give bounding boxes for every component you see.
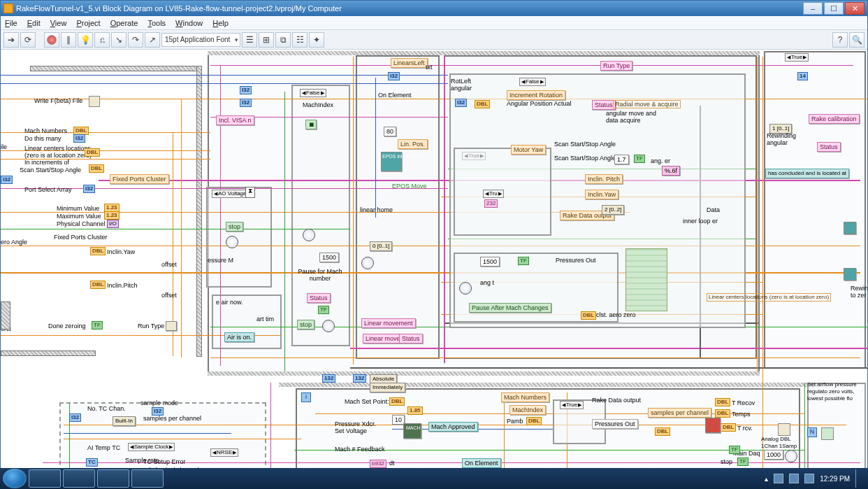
seq-ao[interactable] (206, 187, 272, 288)
help-button[interactable]: ? (832, 32, 848, 48)
run-button[interactable]: ➔ (3, 32, 19, 48)
task-app-3[interactable] (131, 469, 164, 488)
mach-subvi[interactable]: MACH (403, 423, 421, 439)
trcv-dbl: DBL (721, 423, 736, 432)
cleanup-button[interactable]: ✦ (309, 32, 324, 48)
io-node-b[interactable] (844, 268, 856, 281)
menu-project[interactable]: Project (76, 19, 100, 27)
clock-icon-5 (459, 282, 472, 295)
case-right-sel[interactable]: True (785, 53, 809, 62)
immediately-enum[interactable]: Immediately (370, 383, 405, 392)
align-button[interactable]: ☰ (242, 32, 257, 48)
step-over-button[interactable]: ↷ (128, 32, 143, 48)
offset2-label: offset (161, 292, 177, 299)
case-true-sel-b[interactable]: True (560, 401, 584, 409)
menu-view[interactable]: View (50, 19, 67, 27)
menu-edit[interactable]: Edit (27, 19, 41, 27)
tray-icon-3[interactable] (804, 474, 814, 483)
data-label: Data (707, 206, 720, 213)
menu-file[interactable]: FFileile (5, 19, 17, 27)
builtin-ring[interactable]: Built-In (113, 416, 136, 426)
pressures-out-2[interactable]: Pressures Out (592, 419, 638, 429)
window-title: RakeFlowTunnel-v1_5.vi Block Diagram on … (16, 4, 342, 13)
mach-feedback-label: Mach # Feedback (335, 446, 385, 453)
on-element-label: On Element (378, 92, 412, 99)
tray-up-icon[interactable]: ▴ (765, 475, 768, 483)
clst-zero-label: clst. aero zero (596, 311, 636, 318)
sample-clock-ring[interactable]: Sample Clock (128, 443, 175, 451)
case-right[interactable] (764, 51, 866, 369)
search-icon: 🔍 (852, 35, 862, 45)
minimize-button[interactable]: – (803, 2, 823, 15)
step-into-button[interactable]: ↘ (111, 32, 126, 48)
abort-button[interactable] (44, 32, 59, 48)
taskbar-clock[interactable]: 12:29 PM (820, 475, 850, 483)
pamb-dbl: DBL (526, 417, 542, 425)
pause-after-mach-label: Pause After Mach Changes (469, 303, 551, 313)
zero-loop-label[interactable]: 0 [0..1] (370, 241, 392, 251)
two-loop-label[interactable]: 2 [0..2] (602, 205, 624, 215)
phys-chan-label: Physical Channel (57, 220, 106, 227)
run-cont-button[interactable]: ⟳ (20, 32, 36, 48)
distribute-button[interactable]: ⊞ (259, 32, 274, 48)
rake-cal-label: Rake calibration (809, 114, 860, 124)
start-button[interactable] (3, 469, 27, 488)
linear-centers-loc-label: Linear centers locations (zero is at loc… (707, 293, 831, 302)
close-button[interactable]: ✕ (845, 2, 865, 15)
pressures-out-label: Pressures Out (556, 257, 596, 264)
io-node-a[interactable] (844, 222, 856, 234)
highlight-button[interactable]: 💡 (78, 32, 93, 48)
epos-move-label: EPOS Move (392, 183, 427, 190)
hourglass-icon: ⧗ (245, 187, 255, 198)
loop-cond-tf: TF (729, 446, 740, 454)
increment-rot-label: Increment Rotation (507, 90, 565, 100)
tray-icon-2[interactable] (789, 474, 799, 483)
linearsleft-label: LinearsLeft (391, 58, 428, 68)
tc-setup-err-label: TC Setup Error (143, 458, 186, 465)
block-diagram[interactable]: True (1, 50, 867, 474)
val-80[interactable]: 80 (384, 127, 396, 136)
task-explorer[interactable] (29, 469, 61, 488)
retain-button[interactable]: ⎌ (94, 32, 110, 48)
maximize-button[interactable]: ☐ (824, 2, 844, 15)
seq-frame-top (30, 66, 201, 71)
reorder-button[interactable]: ☷ (292, 32, 308, 48)
tru-case[interactable]: Tru (483, 190, 504, 198)
daq-read-subvi[interactable] (705, 418, 721, 433)
run-type-ring[interactable] (166, 321, 177, 331)
pressure-xdcr-label: Pressure Xdcr. Set Voltage (335, 420, 384, 434)
fmt-6f-str[interactable]: %.6f (662, 166, 680, 176)
menu-operate[interactable]: Operate (110, 19, 138, 27)
run-type-txt-2: Run Type (600, 61, 632, 71)
menu-window[interactable]: Window (175, 19, 203, 27)
scan-dbl-icon: DBL (89, 164, 104, 173)
pause-button[interactable]: ∥ (61, 32, 76, 48)
stop-btn-2[interactable]: stop (297, 320, 314, 329)
val-1500-b[interactable]: 1500 (480, 257, 500, 267)
scan-ss1-label: Scan Start/Stop Angle (554, 141, 616, 148)
task-app-2[interactable] (97, 469, 129, 488)
menu-tools[interactable]: Tools (147, 19, 166, 27)
case-false-machindex[interactable]: False (300, 89, 326, 97)
val-1000[interactable]: 1000 (764, 450, 783, 460)
write-fbeta-path[interactable] (89, 96, 100, 107)
search-button[interactable]: 🔍 (849, 32, 865, 48)
step-out-button[interactable]: ↗ (145, 32, 160, 48)
menu-help[interactable]: Help (212, 19, 229, 27)
case-false-top[interactable]: False (519, 78, 546, 86)
block-diagram-scroll[interactable]: True (1, 50, 867, 474)
resize-button[interactable]: ⧉ (275, 32, 291, 48)
phys-chan-io-icon: I/O (107, 220, 119, 228)
show-desktop-button[interactable] (855, 469, 861, 488)
val-17[interactable]: 1.7 (614, 155, 629, 164)
val-1500-a[interactable]: 1500 (319, 253, 339, 262)
ai-temp-label: AI Temp TC (87, 444, 120, 451)
motor-yaw-label: Motor Yaw (511, 145, 546, 155)
stop-loop-btn[interactable]: ⏹ (305, 120, 317, 129)
font-selector[interactable]: 15pt Application Font (161, 33, 240, 47)
nrse-ring[interactable]: NRSE (210, 448, 238, 457)
epos-subvi[interactable]: EPOS init 4 positio (381, 152, 402, 171)
stop-btn-1[interactable]: stop (226, 222, 243, 232)
tray-icon-1[interactable] (774, 474, 783, 483)
task-app-1[interactable] (63, 469, 95, 488)
